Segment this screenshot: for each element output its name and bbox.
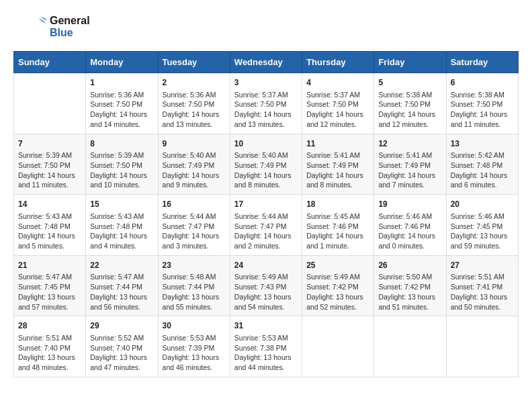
weekday-header-wednesday: Wednesday [230, 52, 302, 73]
day-number: 13 [451, 138, 514, 150]
calendar-cell: 30Sunrise: 5:53 AM Sunset: 7:39 PM Dayli… [158, 316, 230, 377]
day-info: Sunrise: 5:39 AM Sunset: 7:50 PM Dayligh… [18, 150, 81, 190]
day-info: Sunrise: 5:51 AM Sunset: 7:40 PM Dayligh… [18, 333, 81, 373]
day-number: 24 [234, 260, 298, 271]
weekday-header-monday: Monday [86, 52, 158, 73]
calendar-cell: 5Sunrise: 5:38 AM Sunset: 7:50 PM Daylig… [374, 73, 446, 134]
calendar-cell: 1Sunrise: 5:36 AM Sunset: 7:50 PM Daylig… [86, 73, 158, 134]
calendar-cell: 26Sunrise: 5:50 AM Sunset: 7:42 PM Dayli… [374, 255, 446, 316]
day-number: 31 [234, 320, 298, 332]
day-number: 22 [90, 260, 153, 271]
calendar-cell: 10Sunrise: 5:40 AM Sunset: 7:49 PM Dayli… [230, 134, 302, 195]
day-info: Sunrise: 5:53 AM Sunset: 7:38 PM Dayligh… [234, 333, 298, 373]
weekday-header-thursday: Thursday [302, 52, 374, 73]
day-info: Sunrise: 5:52 AM Sunset: 7:40 PM Dayligh… [90, 333, 153, 373]
logo-general: General [50, 15, 90, 27]
day-number: 5 [378, 77, 441, 89]
calendar-cell: 20Sunrise: 5:46 AM Sunset: 7:45 PM Dayli… [446, 195, 518, 256]
calendar-cell: 8Sunrise: 5:39 AM Sunset: 7:50 PM Daylig… [86, 134, 158, 195]
day-number: 30 [163, 320, 226, 332]
calendar-cell [302, 316, 374, 377]
day-info: Sunrise: 5:53 AM Sunset: 7:39 PM Dayligh… [163, 333, 226, 373]
day-number: 6 [451, 77, 514, 89]
day-number: 14 [18, 199, 81, 210]
weekday-header-friday: Friday [374, 52, 446, 73]
day-number: 19 [378, 199, 441, 210]
day-info: Sunrise: 5:36 AM Sunset: 7:50 PM Dayligh… [90, 90, 153, 130]
day-number: 9 [163, 138, 226, 150]
calendar-cell: 23Sunrise: 5:48 AM Sunset: 7:44 PM Dayli… [158, 255, 230, 316]
weekday-header-tuesday: Tuesday [158, 52, 230, 73]
svg-marker-1 [40, 17, 47, 21]
day-info: Sunrise: 5:39 AM Sunset: 7:50 PM Dayligh… [90, 150, 153, 190]
calendar-cell: 27Sunrise: 5:51 AM Sunset: 7:41 PM Dayli… [446, 255, 518, 316]
weekday-header-saturday: Saturday [446, 52, 518, 73]
day-info: Sunrise: 5:40 AM Sunset: 7:49 PM Dayligh… [234, 150, 298, 190]
weekday-header-sunday: Sunday [14, 52, 86, 73]
calendar-cell: 6Sunrise: 5:38 AM Sunset: 7:50 PM Daylig… [446, 73, 518, 134]
day-info: Sunrise: 5:49 AM Sunset: 7:42 PM Dayligh… [306, 272, 369, 312]
calendar-cell: 17Sunrise: 5:44 AM Sunset: 7:47 PM Dayli… [230, 195, 302, 256]
day-info: Sunrise: 5:36 AM Sunset: 7:50 PM Dayligh… [163, 90, 226, 130]
day-info: Sunrise: 5:51 AM Sunset: 7:41 PM Dayligh… [451, 272, 514, 312]
calendar-cell: 9Sunrise: 5:40 AM Sunset: 7:49 PM Daylig… [158, 134, 230, 195]
page-header: GeneralBlue [13, 13, 519, 40]
day-number: 1 [90, 77, 153, 89]
day-number: 18 [306, 199, 369, 210]
day-info: Sunrise: 5:41 AM Sunset: 7:49 PM Dayligh… [378, 150, 441, 190]
calendar-cell: 12Sunrise: 5:41 AM Sunset: 7:49 PM Dayli… [374, 134, 446, 195]
day-info: Sunrise: 5:37 AM Sunset: 7:50 PM Dayligh… [306, 90, 369, 130]
day-number: 3 [234, 77, 298, 89]
day-info: Sunrise: 5:41 AM Sunset: 7:49 PM Dayligh… [306, 150, 369, 190]
day-info: Sunrise: 5:50 AM Sunset: 7:42 PM Dayligh… [378, 272, 441, 312]
day-number: 28 [18, 320, 81, 332]
day-number: 26 [378, 260, 441, 271]
calendar-week-row: 28Sunrise: 5:51 AM Sunset: 7:40 PM Dayli… [14, 316, 519, 377]
day-info: Sunrise: 5:43 AM Sunset: 7:48 PM Dayligh… [90, 212, 153, 251]
day-number: 25 [306, 260, 369, 271]
calendar-cell [374, 316, 446, 377]
calendar-cell [446, 316, 518, 377]
calendar-week-row: 1Sunrise: 5:36 AM Sunset: 7:50 PM Daylig… [14, 73, 519, 134]
day-number: 17 [234, 199, 298, 210]
day-number: 4 [306, 77, 369, 89]
day-number: 23 [163, 260, 226, 271]
calendar-table: SundayMondayTuesdayWednesdayThursdayFrid… [13, 51, 519, 377]
calendar-cell: 25Sunrise: 5:49 AM Sunset: 7:42 PM Dayli… [302, 255, 374, 316]
day-number: 21 [18, 260, 81, 271]
logo-icon [13, 13, 47, 40]
calendar-cell: 21Sunrise: 5:47 AM Sunset: 7:45 PM Dayli… [14, 255, 86, 316]
day-number: 20 [451, 199, 514, 210]
day-number: 27 [451, 260, 514, 271]
day-number: 11 [306, 138, 369, 150]
day-number: 10 [234, 138, 298, 150]
day-info: Sunrise: 5:44 AM Sunset: 7:47 PM Dayligh… [234, 212, 298, 251]
day-info: Sunrise: 5:38 AM Sunset: 7:50 PM Dayligh… [378, 90, 441, 130]
calendar-cell: 2Sunrise: 5:36 AM Sunset: 7:50 PM Daylig… [158, 73, 230, 134]
day-info: Sunrise: 5:46 AM Sunset: 7:45 PM Dayligh… [451, 212, 514, 251]
calendar-week-row: 7Sunrise: 5:39 AM Sunset: 7:50 PM Daylig… [14, 134, 519, 195]
calendar-cell: 13Sunrise: 5:42 AM Sunset: 7:48 PM Dayli… [446, 134, 518, 195]
logo-text-block: GeneralBlue [50, 15, 90, 39]
day-number: 29 [90, 320, 153, 332]
calendar-cell: 31Sunrise: 5:53 AM Sunset: 7:38 PM Dayli… [230, 316, 302, 377]
day-info: Sunrise: 5:44 AM Sunset: 7:47 PM Dayligh… [163, 212, 226, 251]
calendar-header-row: SundayMondayTuesdayWednesdayThursdayFrid… [14, 52, 519, 73]
calendar-cell: 16Sunrise: 5:44 AM Sunset: 7:47 PM Dayli… [158, 195, 230, 256]
day-info: Sunrise: 5:42 AM Sunset: 7:48 PM Dayligh… [451, 150, 514, 190]
calendar-cell: 24Sunrise: 5:49 AM Sunset: 7:43 PM Dayli… [230, 255, 302, 316]
day-info: Sunrise: 5:47 AM Sunset: 7:45 PM Dayligh… [18, 272, 81, 312]
calendar-week-row: 21Sunrise: 5:47 AM Sunset: 7:45 PM Dayli… [14, 255, 519, 316]
day-info: Sunrise: 5:40 AM Sunset: 7:49 PM Dayligh… [163, 150, 226, 190]
day-info: Sunrise: 5:45 AM Sunset: 7:46 PM Dayligh… [306, 212, 369, 251]
logo-blue: Blue [50, 27, 90, 39]
day-info: Sunrise: 5:43 AM Sunset: 7:48 PM Dayligh… [18, 212, 81, 251]
day-number: 15 [90, 199, 153, 210]
calendar-cell: 22Sunrise: 5:47 AM Sunset: 7:44 PM Dayli… [86, 255, 158, 316]
calendar-cell: 11Sunrise: 5:41 AM Sunset: 7:49 PM Dayli… [302, 134, 374, 195]
day-number: 12 [378, 138, 441, 150]
calendar-cell: 29Sunrise: 5:52 AM Sunset: 7:40 PM Dayli… [86, 316, 158, 377]
day-info: Sunrise: 5:38 AM Sunset: 7:50 PM Dayligh… [451, 90, 514, 130]
calendar-cell [14, 73, 86, 134]
calendar-week-row: 14Sunrise: 5:43 AM Sunset: 7:48 PM Dayli… [14, 195, 519, 256]
